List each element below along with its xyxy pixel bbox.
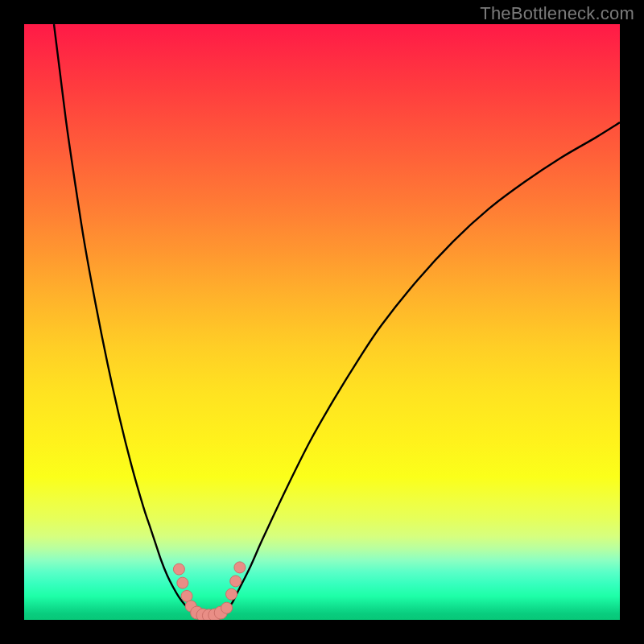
valley-markers xyxy=(173,562,245,620)
chart-frame: TheBottleneck.com xyxy=(0,0,644,644)
chart-svg xyxy=(24,24,620,620)
curve-left-branch xyxy=(54,24,191,610)
marker-dot xyxy=(221,602,233,613)
marker-dot xyxy=(181,590,192,601)
watermark-text: TheBottleneck.com xyxy=(480,3,634,24)
curve-right-branch xyxy=(227,122,620,610)
marker-dot xyxy=(230,576,242,587)
marker-dot xyxy=(226,588,237,600)
marker-dot xyxy=(173,564,184,575)
marker-dot xyxy=(177,577,188,588)
plot-area xyxy=(24,24,620,620)
marker-dot xyxy=(234,562,246,573)
